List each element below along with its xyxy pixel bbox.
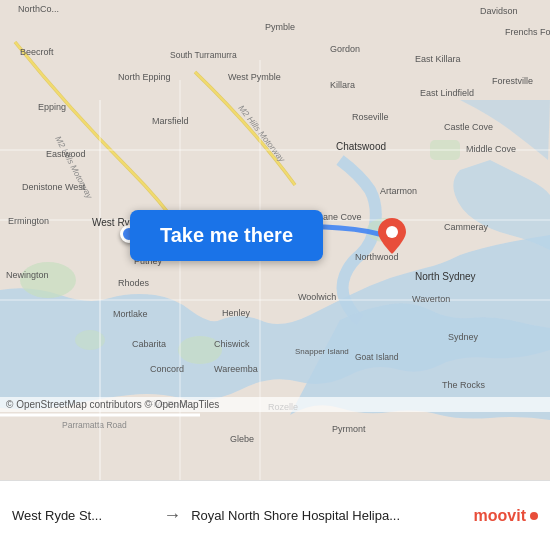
bottom-bar: West Ryde St... → Royal North Shore Hosp… — [0, 480, 550, 550]
svg-text:North Sydney: North Sydney — [415, 271, 476, 282]
svg-text:Chatswood: Chatswood — [336, 141, 386, 152]
svg-text:Lane Cove: Lane Cove — [318, 212, 362, 222]
svg-text:Goat Island: Goat Island — [355, 352, 399, 362]
svg-text:Castle Cove: Castle Cove — [444, 122, 493, 132]
svg-text:Cabarita: Cabarita — [132, 339, 166, 349]
svg-text:Ermington: Ermington — [8, 216, 49, 226]
svg-text:Snapper Island: Snapper Island — [295, 347, 349, 356]
svg-text:North Epping: North Epping — [118, 72, 171, 82]
svg-text:Forestville: Forestville — [492, 76, 533, 86]
svg-text:Mortlake: Mortlake — [113, 309, 148, 319]
svg-text:Eastwood: Eastwood — [46, 149, 86, 159]
svg-text:Artarmon: Artarmon — [380, 186, 417, 196]
svg-text:Cammeray: Cammeray — [444, 222, 489, 232]
svg-text:Marsfield: Marsfield — [152, 116, 189, 126]
destination-marker — [378, 218, 406, 258]
svg-text:East Lindfield: East Lindfield — [420, 88, 474, 98]
svg-text:Henley: Henley — [222, 308, 251, 318]
route-origin: West Ryde St... — [12, 508, 153, 523]
svg-text:The Rocks: The Rocks — [442, 380, 486, 390]
svg-text:Epping: Epping — [38, 102, 66, 112]
map-attribution: © OpenStreetMap contributors © OpenMapTi… — [0, 397, 550, 412]
svg-text:South Turramurra: South Turramurra — [170, 50, 237, 60]
moovit-brand-text: moovit — [474, 507, 526, 525]
route-arrow-icon: → — [163, 505, 181, 526]
svg-text:Parramatta Road: Parramatta Road — [62, 420, 127, 430]
map-container: M2 Hills Motorway M2 Hills Motorway Parr… — [0, 0, 550, 480]
svg-text:Killara: Killara — [330, 80, 355, 90]
svg-text:Concord: Concord — [150, 364, 184, 374]
svg-text:Beecroft: Beecroft — [20, 47, 54, 57]
svg-text:Davidson: Davidson — [480, 6, 518, 16]
svg-text:Newington: Newington — [6, 270, 49, 280]
svg-text:Glebe: Glebe — [230, 434, 254, 444]
svg-text:Denistone West: Denistone West — [22, 182, 86, 192]
svg-text:Pymble: Pymble — [265, 22, 295, 32]
svg-point-1 — [20, 262, 76, 298]
svg-text:West Pymble: West Pymble — [228, 72, 281, 82]
svg-text:Frenchs Fo...: Frenchs Fo... — [505, 27, 550, 37]
svg-text:Middle Cove: Middle Cove — [466, 144, 516, 154]
svg-point-56 — [386, 226, 398, 238]
svg-text:Pyrmont: Pyrmont — [332, 424, 366, 434]
svg-text:Rhodes: Rhodes — [118, 278, 150, 288]
svg-text:Roseville: Roseville — [352, 112, 389, 122]
svg-text:East Killara: East Killara — [415, 54, 461, 64]
moovit-logo: moovit — [474, 507, 538, 525]
svg-text:NorthCo...: NorthCo... — [18, 4, 59, 14]
svg-text:Sydney: Sydney — [448, 332, 479, 342]
take-me-there-button[interactable]: Take me there — [130, 210, 323, 261]
svg-text:Chiswick: Chiswick — [214, 339, 250, 349]
moovit-dot-icon — [530, 512, 538, 520]
svg-text:Woolwich: Woolwich — [298, 292, 336, 302]
svg-text:Gordon: Gordon — [330, 44, 360, 54]
route-destination: Royal North Shore Hospital Helipa... — [191, 508, 473, 523]
svg-text:Waverton: Waverton — [412, 294, 450, 304]
svg-text:Wareemba: Wareemba — [214, 364, 258, 374]
